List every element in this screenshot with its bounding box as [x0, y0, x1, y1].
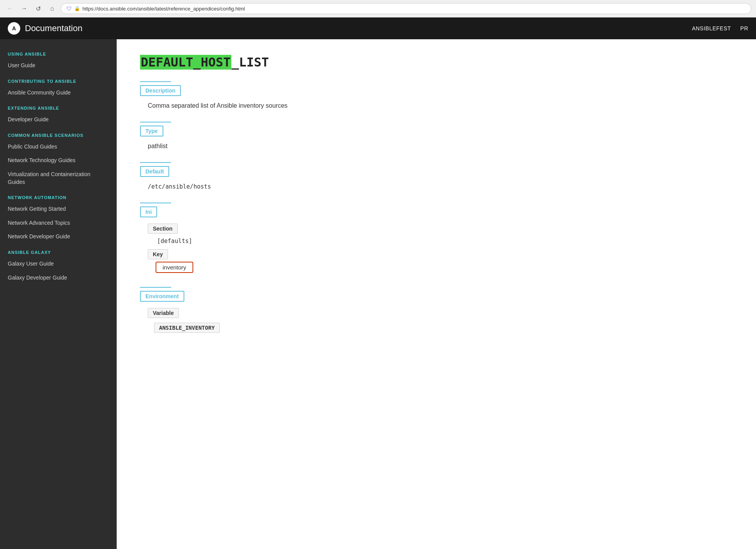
env-variable-value: ANSIBLE_INVENTORY: [154, 323, 220, 333]
environment-tab: Environment: [140, 291, 184, 302]
ini-section: Ini Section [defaults] Key inventory: [140, 203, 733, 278]
sidebar-item-galaxy-user[interactable]: Galaxy User Guide: [0, 257, 117, 271]
app-header: A Documentation ANSIBLEFEST PR: [0, 17, 756, 39]
type-tab: Type: [140, 126, 163, 136]
sidebar-section-using-ansible: USING ANSIBLE: [0, 45, 117, 59]
sidebar-item-virtualization[interactable]: Virtualization and Containerization Guid…: [0, 168, 117, 189]
lock-icon: 🔒: [74, 6, 80, 11]
sidebar-item-public-cloud[interactable]: Public Cloud Guides: [0, 140, 117, 154]
browser-chrome: ← → ↺ ⌂ 🛡 🔒 https://docs.ansible.com/ans…: [0, 0, 756, 17]
default-value: /etc/ansible/hosts: [140, 180, 733, 193]
type-value: pathlist: [140, 140, 733, 153]
default-section: Default /etc/ansible/hosts: [140, 162, 733, 193]
ini-subsection: Section [defaults] Key inventory: [148, 224, 733, 278]
browser-toolbar: ← → ↺ ⌂ 🛡 🔒 https://docs.ansible.com/ans…: [0, 0, 756, 17]
type-section: Type pathlist: [140, 122, 733, 153]
ini-divider: [140, 203, 171, 203]
url-domain: docs.ansible.com: [98, 6, 136, 12]
sidebar-section-contributing: CONTRIBUTING TO ANSIBLE: [0, 73, 117, 86]
env-variable-label: Variable: [148, 308, 179, 318]
app-header-left: A Documentation: [8, 22, 82, 35]
heading-highlight: DEFAULT_HOST: [140, 55, 231, 70]
forward-button[interactable]: →: [19, 3, 30, 14]
address-bar[interactable]: 🛡 🔒 https://docs.ansible.com/ansible/lat…: [61, 3, 751, 14]
ini-key-label: Key: [148, 249, 168, 259]
content-area: DEFAULT_HOST_LIST Description Comma sepa…: [117, 39, 756, 549]
sidebar-item-community-guide[interactable]: Ansible Community Guide: [0, 86, 117, 100]
address-url: https://docs.ansible.com/ansible/latest/…: [82, 6, 245, 12]
ansiblefest-link[interactable]: ANSIBLEFEST: [692, 25, 731, 31]
description-divider: [140, 81, 171, 82]
reload-button[interactable]: ↺: [33, 3, 44, 14]
default-tab: Default: [140, 166, 169, 177]
main-layout: USING ANSIBLE User Guide CONTRIBUTING TO…: [0, 39, 756, 549]
env-subsection: Variable ANSIBLE_INVENTORY: [148, 308, 733, 335]
ini-section-value: [defaults]: [148, 236, 733, 249]
sidebar-item-galaxy-developer[interactable]: Galaxy Developer Guide: [0, 271, 117, 285]
heading-rest: _LIST: [231, 55, 269, 70]
description-value: Comma separated list of Ansible inventor…: [140, 99, 733, 112]
sidebar-section-scenarios: COMMON ANSIBLE SCENARIOS: [0, 127, 117, 140]
home-button[interactable]: ⌂: [47, 3, 58, 14]
type-divider: [140, 122, 171, 122]
sidebar-item-network-advanced[interactable]: Network Advanced Topics: [0, 216, 117, 230]
sidebar-item-user-guide[interactable]: User Guide: [0, 59, 117, 73]
sidebar-section-network-automation: NETWORK AUTOMATION: [0, 189, 117, 202]
sidebar-item-network-tech[interactable]: Network Technology Guides: [0, 154, 117, 168]
default-divider: [140, 162, 171, 163]
environment-divider: [140, 287, 171, 288]
environment-section: Environment Variable ANSIBLE_INVENTORY: [140, 287, 733, 335]
pr-link[interactable]: PR: [740, 25, 748, 31]
sidebar: USING ANSIBLE User Guide CONTRIBUTING TO…: [0, 39, 117, 549]
ini-key-value: inventory: [156, 262, 193, 273]
url-path: /ansible/latest/reference_appendices/con…: [136, 6, 245, 12]
app-header-right: ANSIBLEFEST PR: [692, 25, 748, 31]
sidebar-item-network-developer[interactable]: Network Developer Guide: [0, 230, 117, 244]
back-button[interactable]: ←: [5, 3, 16, 14]
ini-section-label: Section: [148, 224, 178, 234]
description-tab: Description: [140, 85, 181, 96]
ini-tab: Ini: [140, 206, 157, 217]
shield-icon: 🛡: [66, 5, 72, 12]
sidebar-item-network-getting-started[interactable]: Network Getting Started: [0, 202, 117, 216]
sidebar-section-galaxy: ANSIBLE GALAXY: [0, 244, 117, 257]
sidebar-item-developer-guide[interactable]: Developer Guide: [0, 113, 117, 127]
description-section: Description Comma separated list of Ansi…: [140, 81, 733, 112]
page-title: DEFAULT_HOST_LIST: [140, 55, 733, 70]
app-title: Documentation: [25, 23, 82, 33]
sidebar-section-extending: EXTENDING ANSIBLE: [0, 100, 117, 113]
ansible-logo: A: [8, 22, 20, 35]
